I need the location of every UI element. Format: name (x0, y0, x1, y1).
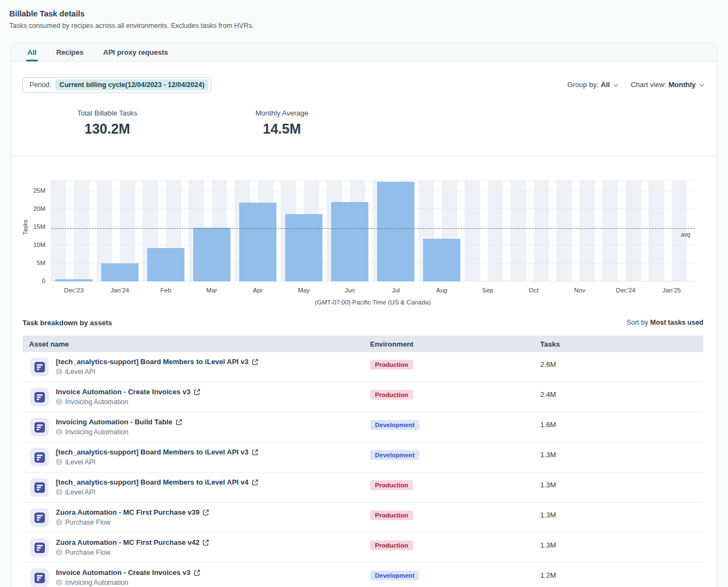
project-icon (56, 369, 62, 375)
tasks-value: 1.3M (540, 533, 703, 562)
bar-feb[interactable] (147, 248, 184, 281)
period-filter[interactable]: Period: Current billing cycle(12/04/2023… (22, 77, 211, 93)
x-tick-label: Oct (511, 287, 557, 294)
bar-jun[interactable] (331, 202, 368, 281)
table-row[interactable]: Invoice Automation - Create Invoices v3I… (22, 563, 703, 587)
table-row[interactable]: [tech_analytics-support] Board Members t… (22, 442, 703, 473)
external-link-icon[interactable] (194, 569, 200, 576)
asset-text: Zuora Automation - MC First Purchase v42… (56, 538, 209, 556)
asset-name: [tech_analytics-support] Board Members t… (56, 358, 249, 366)
chart-view-dropdown[interactable]: Chart view: Monthly (631, 80, 703, 89)
asset-project: Invoicing Automation (56, 579, 200, 586)
asset-cell: Zuora Automation - MC First Purchase v42… (22, 533, 370, 562)
bar-dec-23[interactable] (55, 279, 93, 281)
tasks-value: 1.6M (540, 412, 703, 442)
asset-text: Invoice Automation - Create Invoices v3I… (56, 388, 200, 406)
project-name: Purchase Flow (65, 549, 111, 556)
table-header: Asset nameEnvironmentTasks (22, 336, 703, 352)
project-name: iLevel API (65, 368, 96, 376)
asset-project: iLevel API (56, 458, 258, 466)
bar-aug[interactable] (423, 239, 460, 281)
asset-name: Invoice Automation - Create Invoices v3 (56, 568, 190, 577)
bar-jan-24[interactable] (101, 263, 138, 281)
asset-name-link[interactable]: [tech_analytics-support] Board Members t… (56, 478, 258, 486)
sort-by-control[interactable]: Sort by Most tasks used (627, 319, 703, 326)
stat-monthly-average: Monthly Average14.5M (216, 109, 348, 137)
environment-badge: Production (370, 360, 413, 370)
external-link-icon[interactable] (203, 509, 209, 516)
chevron-down-icon (614, 82, 618, 86)
external-link-icon[interactable] (252, 359, 258, 365)
asset-text: [tech_analytics-support] Board Members t… (56, 448, 258, 466)
page-title: Billable Task details (9, 9, 254, 18)
asset-name-link[interactable]: Invoicing Automation - Build Table (56, 418, 182, 426)
recipe-icon (30, 358, 49, 376)
asset-name-link[interactable]: [tech_analytics-support] Board Members t… (56, 448, 258, 456)
project-icon (56, 489, 62, 496)
asset-project: Invoicing Automation (56, 428, 182, 436)
environment-cell: Development (370, 563, 540, 587)
external-link-icon[interactable] (203, 539, 209, 546)
external-link-icon[interactable] (194, 389, 200, 395)
asset-cell: [tech_analytics-support] Board Members t… (22, 473, 370, 502)
page-header: Billable Task details Tasks consumed by … (9, 9, 254, 30)
table-row[interactable]: Zuora Automation - MC First Purchase v39… (22, 503, 703, 533)
bar-apr[interactable] (239, 203, 276, 281)
asset-project: Invoicing Automation (56, 398, 200, 406)
environment-cell: Development (370, 442, 540, 472)
environment-badge: Production (370, 390, 413, 400)
table-body: [tech_analytics-support] Board Members t… (22, 352, 703, 587)
average-line-label: avg (681, 231, 690, 238)
external-link-icon[interactable] (252, 449, 258, 456)
external-link-icon[interactable] (252, 479, 258, 486)
table-row[interactable]: Invoicing Automation - Build TableInvoic… (22, 412, 703, 442)
chart-view-label: Chart view: (631, 80, 666, 89)
tab-all[interactable]: All (26, 43, 38, 61)
asset-name: Zuora Automation - MC First Purchase v39 (56, 508, 199, 516)
table-row[interactable]: [tech_analytics-support] Board Members t… (22, 352, 703, 382)
environment-badge: Production (370, 540, 413, 550)
tab-recipes[interactable]: Recipes (55, 43, 85, 61)
x-tick-label: Aug (419, 287, 465, 294)
environment-badge: Production (370, 480, 413, 490)
asset-name-link[interactable]: Zuora Automation - MC First Purchase v42 (56, 538, 209, 546)
project-name: iLevel API (65, 488, 96, 496)
table-row[interactable]: Invoice Automation - Create Invoices v3I… (22, 382, 703, 412)
asset-text: Invoice Automation - Create Invoices v3I… (56, 568, 200, 586)
table-row[interactable]: Zuora Automation - MC First Purchase v42… (22, 533, 703, 563)
recipe-icon (30, 568, 49, 587)
x-tick-label: Jan‘25 (649, 287, 695, 294)
external-link-icon[interactable] (176, 419, 182, 425)
asset-name-link[interactable]: Invoice Automation - Create Invoices v3 (56, 388, 200, 396)
table-row[interactable]: [tech_analytics-support] Board Members t… (22, 473, 703, 503)
sort-by-value: Most tasks used (650, 319, 703, 326)
asset-cell: Invoice Automation - Create Invoices v3I… (22, 382, 370, 412)
asset-name-link[interactable]: [tech_analytics-support] Board Members t… (56, 358, 258, 366)
project-name: Purchase Flow (65, 519, 111, 526)
asset-cell: [tech_analytics-support] Board Members t… (22, 352, 370, 382)
bar-jul[interactable] (377, 182, 414, 281)
period-value-chip[interactable]: Current billing cycle(12/04/2023 - 12/04… (55, 79, 209, 90)
group-by-dropdown[interactable]: Group by: All (567, 80, 617, 89)
environment-cell: Production (370, 382, 540, 412)
x-tick-label: Jun (327, 287, 373, 294)
recipe-icon (30, 388, 49, 406)
bar-mar[interactable] (193, 228, 230, 281)
x-tick-label: Nov (557, 287, 603, 294)
gridline (51, 209, 695, 209)
asset-name-link[interactable]: Invoice Automation - Create Invoices v3 (56, 568, 200, 577)
stat-label: Monthly Average (216, 109, 348, 117)
project-name: iLevel API (65, 458, 96, 466)
tasks-value: 1.3M (540, 503, 703, 532)
bar-may[interactable] (285, 214, 322, 281)
project-name: Invoicing Automation (65, 579, 128, 586)
gridline (51, 227, 695, 227)
x-tick-label: Apr (235, 287, 281, 294)
environment-cell: Production (370, 473, 540, 502)
task-breakdown-section: Task breakdown by assets Sort by Most ta… (22, 315, 703, 587)
tab-api-proxy-requests[interactable]: API proxy requests (102, 43, 170, 61)
asset-name-link[interactable]: Zuora Automation - MC First Purchase v39 (56, 508, 209, 516)
tasks-value: 1.3M (540, 442, 703, 472)
group-by-label: Group by: (567, 80, 598, 89)
stat-value: 14.5M (216, 120, 348, 137)
